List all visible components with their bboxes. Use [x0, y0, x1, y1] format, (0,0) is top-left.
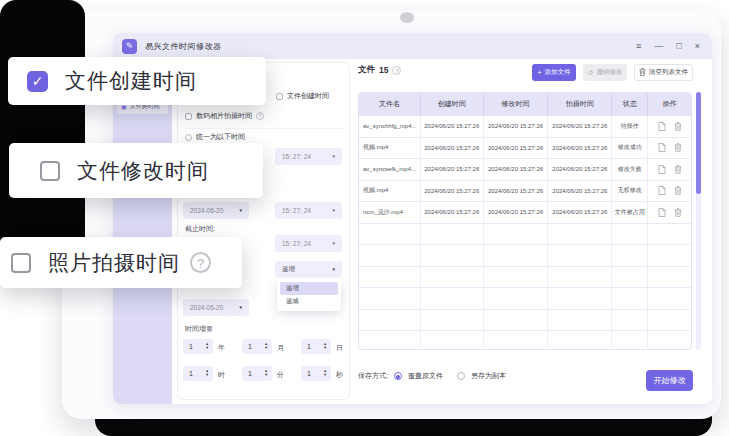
- down-arrow-icon[interactable]: ▼: [264, 374, 268, 378]
- callout-card-file-modify-time: 文件修改时间: [9, 143, 263, 198]
- stepper-value: 1: [183, 343, 193, 350]
- date-value: 2024-06-20: [183, 207, 223, 214]
- trash-icon: [639, 68, 646, 77]
- created-time-cell: 2024/06/20 15:27:26: [421, 202, 484, 223]
- date-value: 2024-06-20: [183, 304, 223, 311]
- files-title: 文件: [358, 64, 375, 76]
- table-header-cell: 拍摄时间: [548, 93, 612, 115]
- delete-row-icon[interactable]: [674, 186, 682, 195]
- overwrite-label[interactable]: 覆盖原文件: [408, 371, 443, 381]
- chevron-down-icon: ▼: [332, 208, 342, 213]
- empty-cell: [484, 288, 549, 309]
- dropdown-option[interactable]: 递减: [280, 295, 338, 308]
- add-files-button[interactable]: + 添加文件: [532, 64, 576, 81]
- operations-cell[interactable]: [648, 181, 691, 202]
- delete-row-icon[interactable]: [674, 208, 682, 217]
- checkbox-label: 文件创建时间: [287, 91, 329, 101]
- minimize-icon[interactable]: —: [654, 41, 663, 51]
- table-row: 视频.mp42024/06/20 15:27:262024/06/20 15:2…: [359, 180, 691, 202]
- unchecked-checkbox-icon[interactable]: [11, 253, 31, 273]
- help-icon[interactable]: ?: [392, 66, 401, 75]
- stepper-input[interactable]: 1▲▼: [183, 366, 213, 381]
- stepper-input[interactable]: 1▲▼: [242, 339, 272, 354]
- stepper-arrows-icon[interactable]: ▲▼: [264, 370, 272, 377]
- checkbox-icon: [276, 93, 283, 100]
- operations-cell[interactable]: [648, 202, 691, 223]
- status-cell: 无权修改: [612, 181, 648, 202]
- empty-cell: [648, 310, 691, 331]
- down-arrow-icon[interactable]: ▼: [323, 374, 327, 378]
- open-file-icon[interactable]: [658, 122, 666, 131]
- checked-checkbox-icon[interactable]: ✓: [27, 71, 48, 92]
- operations-cell[interactable]: [648, 116, 691, 137]
- shot-time-cell: 2024/06/20 15:27:26: [548, 116, 612, 137]
- empty-cell: [612, 331, 648, 350]
- open-file-icon[interactable]: [658, 143, 666, 152]
- stepper-input[interactable]: 1▲▼: [301, 366, 331, 381]
- start-modify-button[interactable]: 开始修改: [646, 370, 693, 391]
- time-select-2[interactable]: 15: 27: 24 ▼: [275, 202, 342, 219]
- stepper-arrows-icon[interactable]: ▲▼: [323, 370, 331, 377]
- window-controls: ≡—□×: [636, 41, 712, 51]
- modified-time-cell: 2024/06/20 15:27:26: [484, 202, 549, 223]
- radio-unify-time[interactable]: 统一为以下时间: [185, 132, 245, 142]
- empty-cell: [421, 310, 484, 331]
- backdrop-left-shape: [0, 0, 85, 265]
- down-arrow-icon[interactable]: ▼: [205, 347, 209, 351]
- date-select-2[interactable]: 2024-06-20 ▼: [183, 299, 249, 316]
- help-icon[interactable]: ?: [256, 112, 264, 120]
- app-title: 易兴文件时间修改器: [145, 41, 222, 52]
- maximize-icon[interactable]: □: [676, 41, 681, 51]
- empty-cell: [484, 245, 549, 266]
- open-file-icon[interactable]: [658, 186, 666, 195]
- down-arrow-icon[interactable]: ▼: [205, 374, 209, 378]
- operations-cell[interactable]: [648, 159, 691, 180]
- chevron-down-icon: ▼: [332, 154, 342, 159]
- down-arrow-icon[interactable]: ▼: [264, 347, 268, 351]
- mode-select[interactable]: 递增 ▼: [275, 261, 342, 277]
- down-arrow-icon[interactable]: ▼: [323, 347, 327, 351]
- operations-cell[interactable]: [648, 138, 691, 159]
- scrollbar-thumb[interactable]: [696, 92, 701, 194]
- stepper-value: 1: [242, 370, 252, 377]
- modified-time-cell: 2024/06/20 15:27:26: [484, 159, 549, 180]
- undo-changes-button[interactable]: ↺ 撤销修改: [583, 64, 627, 81]
- help-icon[interactable]: ?: [190, 252, 211, 273]
- stepper-arrows-icon[interactable]: ▲▼: [205, 370, 213, 377]
- callout-label: 照片拍摄时间: [48, 249, 180, 277]
- menu-icon[interactable]: ≡: [636, 41, 641, 51]
- stepper-arrows-icon[interactable]: ▲▼: [264, 343, 272, 350]
- stepper-arrows-icon[interactable]: ▲▼: [323, 343, 331, 350]
- table-row: ncm_流沙.mp42024/06/20 15:27:262024/06/20 …: [359, 201, 691, 223]
- unchecked-checkbox-icon[interactable]: [40, 161, 60, 181]
- delete-row-icon[interactable]: [674, 165, 682, 174]
- empty-cell: [548, 331, 612, 350]
- table-header-cell: 创建时间: [421, 93, 484, 115]
- stepper-input[interactable]: 1▲▼: [242, 366, 272, 381]
- time-select-3[interactable]: 15: 27: 24 ▼: [275, 235, 342, 252]
- save-copy-label[interactable]: 另存为副本: [471, 371, 506, 381]
- open-file-icon[interactable]: [658, 165, 666, 174]
- checkbox-photo-shot-time[interactable]: 数码相片拍摄时间 ?: [185, 111, 264, 121]
- empty-cell: [648, 288, 691, 309]
- empty-cell: [359, 310, 421, 331]
- delete-row-icon[interactable]: [674, 122, 682, 131]
- radio-overwrite-selected[interactable]: [394, 372, 402, 380]
- open-file-icon[interactable]: [658, 208, 666, 217]
- radio-save-copy[interactable]: [457, 372, 465, 380]
- shot-time-cell: 2024/06/20 15:27:26: [548, 181, 612, 202]
- table-scrollbar[interactable]: [696, 92, 701, 350]
- empty-cell: [421, 288, 484, 309]
- delete-row-icon[interactable]: [674, 143, 682, 152]
- radio-icon: [185, 134, 192, 141]
- clear-list-button[interactable]: 清空列表文件: [634, 64, 693, 81]
- chevron-down-icon: ▼: [332, 267, 342, 272]
- time-select-1[interactable]: 15: 27: 24 ▼: [275, 148, 342, 165]
- date-select-1[interactable]: 2024-06-20 ▼: [183, 202, 249, 219]
- stepper-input[interactable]: 1▲▼: [301, 339, 331, 354]
- stepper-arrows-icon[interactable]: ▲▼: [205, 343, 213, 350]
- dropdown-option[interactable]: 递增: [280, 282, 338, 295]
- checkbox-file-create-time[interactable]: 文件创建时间: [276, 91, 329, 101]
- stepper-input[interactable]: 1▲▼: [183, 339, 213, 354]
- close-icon[interactable]: ×: [695, 41, 700, 51]
